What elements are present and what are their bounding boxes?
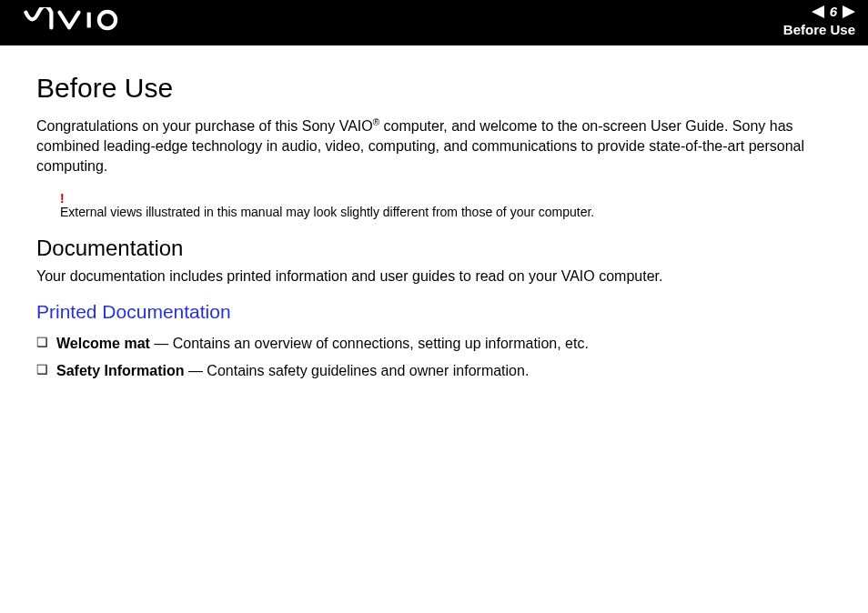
note-block: ! External views illustrated in this man… <box>60 192 832 219</box>
intro-paragraph: Congratulations on your purchase of this… <box>36 116 832 176</box>
intro-text-prefix: Congratulations on your purchase of this… <box>36 118 373 134</box>
page-title: Before Use <box>36 73 832 104</box>
warning-icon: ! <box>60 192 832 205</box>
documentation-heading: Documentation <box>36 236 832 261</box>
item-desc: — Contains safety guidelines and owner i… <box>184 363 529 378</box>
printed-documentation-heading: Printed Documentation <box>36 301 832 323</box>
printed-documentation-list: Welcome mat — Contains an overview of co… <box>36 332 832 382</box>
prev-page-arrow-icon[interactable] <box>812 5 824 18</box>
next-page-arrow-icon[interactable] <box>843 5 855 18</box>
item-name: Welcome mat <box>56 336 150 351</box>
vaio-logo <box>18 7 146 39</box>
page-header: 6 Before Use <box>0 0 868 45</box>
item-name: Safety Information <box>56 363 184 378</box>
page-number: 6 <box>830 4 837 19</box>
list-item: Welcome mat — Contains an overview of co… <box>56 332 832 356</box>
svg-point-1 <box>99 12 116 28</box>
svg-rect-0 <box>87 13 91 28</box>
note-text: External views illustrated in this manua… <box>60 205 832 219</box>
registered-mark: ® <box>373 117 379 127</box>
section-label: Before Use <box>783 22 855 37</box>
page-content: Before Use Congratulations on your purch… <box>0 45 868 382</box>
documentation-intro: Your documentation includes printed info… <box>36 268 832 285</box>
list-item: Safety Information — Contains safety gui… <box>56 359 832 383</box>
page-navigator: 6 <box>812 4 855 19</box>
item-desc: — Contains an overview of connections, s… <box>150 336 589 351</box>
